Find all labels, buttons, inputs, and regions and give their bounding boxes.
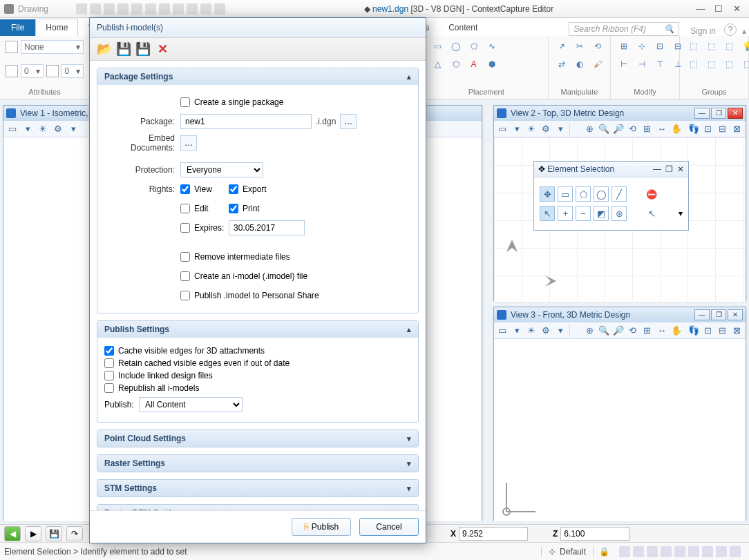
- save-icon[interactable]: 💾: [115, 40, 133, 58]
- publish-settings-panel: Publish Settings▴ Cache visible edges fo…: [97, 320, 419, 423]
- stm-panel: STM Settings▾: [97, 479, 419, 497]
- embed-browse-button[interactable]: …: [180, 135, 197, 151]
- expires-date-input[interactable]: [229, 220, 305, 235]
- remove-intermediate-checkbox[interactable]: [180, 252, 190, 262]
- right-print-checkbox[interactable]: [229, 204, 238, 213]
- publish-button[interactable]: ⎘Publish: [292, 518, 351, 536]
- publish-icon: ⎘: [304, 522, 309, 532]
- chevron-up-icon: ▴: [407, 325, 411, 334]
- chevron-down-icon: ▾: [407, 484, 411, 493]
- package-name-input[interactable]: [180, 114, 312, 129]
- raster-dem-panel: Raster DEM Settings▾: [97, 504, 419, 510]
- dialog-toolbar: 📂 💾 💾 ✕: [90, 37, 426, 61]
- single-package-checkbox[interactable]: [180, 97, 190, 107]
- right-view-checkbox[interactable]: [180, 184, 190, 194]
- chevron-up-icon: ▴: [407, 73, 411, 81]
- cancel-button[interactable]: Cancel: [359, 518, 419, 536]
- publish-settings-header[interactable]: Publish Settings▴: [97, 321, 418, 338]
- publish-imodel-dialog: Publish i-model(s) 📂 💾 💾 ✕ Package Setti…: [89, 17, 426, 543]
- save-plus-icon[interactable]: 💾: [134, 40, 152, 58]
- browse-button[interactable]: …: [340, 114, 357, 129]
- package-settings-header[interactable]: Package Settings▴: [97, 68, 418, 85]
- expires-checkbox[interactable]: [180, 223, 190, 233]
- delete-icon[interactable]: ✕: [153, 40, 171, 58]
- publish-share-checkbox[interactable]: [180, 291, 190, 300]
- create-imodel-checkbox[interactable]: [180, 271, 190, 281]
- retain-edges-checkbox[interactable]: [104, 358, 114, 368]
- dialog-title: Publish i-model(s): [90, 18, 426, 37]
- package-settings-panel: Package Settings▴ Create a single packag…: [97, 68, 419, 313]
- linked-files-checkbox[interactable]: [104, 371, 114, 380]
- republish-checkbox[interactable]: [104, 383, 114, 393]
- protection-select[interactable]: Everyone: [180, 162, 263, 177]
- open-icon[interactable]: 📂: [95, 40, 113, 58]
- right-edit-checkbox[interactable]: [180, 204, 190, 213]
- right-export-checkbox[interactable]: [229, 184, 238, 194]
- raster-panel: Raster Settings▾: [97, 454, 419, 472]
- chevron-down-icon: ▾: [407, 434, 411, 443]
- chevron-down-icon: ▾: [407, 459, 411, 468]
- dialog-overlay: Publish i-model(s) 📂 💾 💾 ✕ Package Setti…: [0, 0, 749, 560]
- publish-content-select[interactable]: All Content: [139, 397, 243, 412]
- point-cloud-panel: Point Cloud Settings▾: [97, 429, 419, 447]
- cache-edges-checkbox[interactable]: [104, 346, 114, 356]
